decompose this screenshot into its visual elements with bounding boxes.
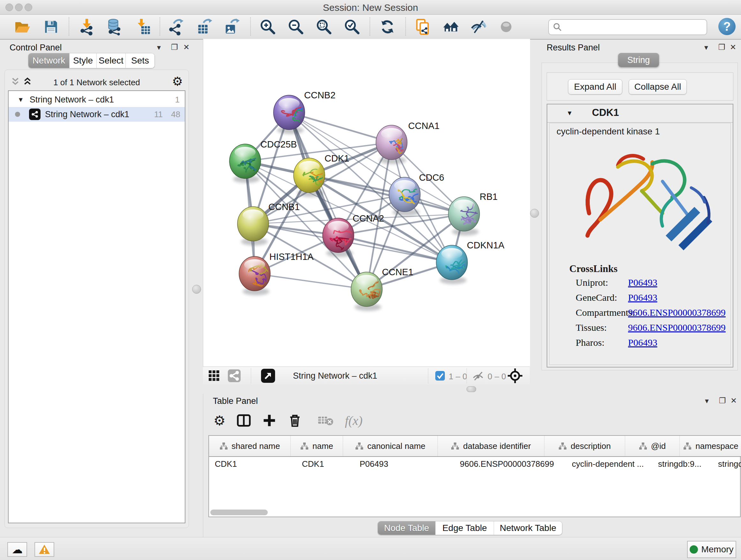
collection-count: 1 xyxy=(175,95,180,105)
crosslink-pharos-link[interactable]: P06493 xyxy=(628,337,657,348)
network-canvas[interactable]: CCNB2CCNA1CDC25BCDK1CDC6RB1CCNB1CCNA2CDK… xyxy=(203,39,530,367)
string-network-icon xyxy=(29,109,41,120)
crosslink-compartments-link[interactable]: 9606.ENSP00000378699 xyxy=(628,307,726,318)
cloud-status-button[interactable]: ☁ xyxy=(7,542,27,557)
open-session-button[interactable] xyxy=(12,17,32,37)
crosslink-uniprot-link[interactable]: P06493 xyxy=(628,277,657,288)
panel-close-icon[interactable]: ✕ xyxy=(730,43,736,52)
tab-network-table[interactable]: Network Table xyxy=(494,521,562,535)
import-network-file-button[interactable] xyxy=(77,17,97,37)
memory-status-dot-icon xyxy=(690,545,698,554)
application-window: Session: New Session xyxy=(0,0,741,560)
import-table-file-button[interactable] xyxy=(132,17,153,37)
show-columns-icon[interactable] xyxy=(237,413,251,428)
edge-HIST1H1A-CCNE1[interactable] xyxy=(255,273,367,289)
network-tree: ▼ String Network – cdk1 1 String Network… xyxy=(8,90,185,523)
network-options-gear-icon[interactable]: ⚙ xyxy=(172,74,183,88)
node-label-CCNE1: CCNE1 xyxy=(382,267,413,277)
open-in-window-icon[interactable] xyxy=(261,369,275,384)
export-table-button[interactable] xyxy=(194,17,214,37)
table-cell[interactable]: 9606.ENSP00000378699 xyxy=(454,457,566,471)
panel-close-icon[interactable]: ✕ xyxy=(183,43,190,52)
expand-all-button[interactable]: Expand All xyxy=(568,79,622,95)
string-network-graph[interactable]: CCNB2CCNA1CDC25BCDK1CDC6RB1CCNB1CCNA2CDK… xyxy=(203,39,530,367)
table-cell[interactable]: stringdb:9... xyxy=(652,457,712,471)
column-header-shared-name[interactable]: shared name xyxy=(209,436,291,456)
birds-eye-toggle-button[interactable] xyxy=(496,17,516,37)
zoom-fit-button[interactable] xyxy=(313,17,334,37)
tab-edge-table[interactable]: Edge Table xyxy=(435,521,494,535)
panel-float-icon[interactable]: ❐ xyxy=(719,396,726,405)
tab-select[interactable]: Select xyxy=(97,53,126,68)
table-cell[interactable]: cyclin-dependent ... xyxy=(566,457,652,471)
tab-node-table[interactable]: Node Table xyxy=(378,521,435,535)
hidden-eye-icon[interactable] xyxy=(472,370,484,383)
column-header-namespace[interactable]: namespace xyxy=(680,436,741,456)
crosshair-icon[interactable] xyxy=(507,368,523,385)
panel-close-icon[interactable]: ✕ xyxy=(731,396,737,405)
apply-layout-button[interactable] xyxy=(377,17,398,37)
table-options-gear-icon[interactable]: ⚙ xyxy=(213,413,226,428)
tab-string[interactable]: String xyxy=(618,53,659,67)
main-toolbar: ? xyxy=(0,15,741,40)
table-cell[interactable]: stringdb xyxy=(712,457,741,471)
crosslink-label: Pharos: xyxy=(576,337,604,348)
column-header-database-identifier[interactable]: database identifier xyxy=(438,436,544,456)
panel-menu-caret-icon[interactable]: ▼ xyxy=(704,397,710,405)
crosslink-genecard-link[interactable]: P06493 xyxy=(628,292,657,303)
string-badge-muted-icon[interactable] xyxy=(228,369,241,383)
export-image-button[interactable] xyxy=(221,17,242,37)
search-icon xyxy=(553,22,562,32)
table-cell[interactable]: CDK1 xyxy=(209,457,296,471)
memory-button[interactable]: Memory xyxy=(687,541,736,558)
left-splitter-handle[interactable] xyxy=(192,285,201,294)
help-button[interactable]: ? xyxy=(718,18,736,35)
add-column-icon[interactable] xyxy=(262,413,277,428)
column-header-name[interactable]: name xyxy=(291,436,343,456)
edge-CCNA2-CDKN1A[interactable] xyxy=(338,235,452,262)
zoom-in-button[interactable] xyxy=(257,17,278,37)
table-row[interactable]: CDK1CDK1P064939606.ENSP00000378699cyclin… xyxy=(209,457,741,471)
search-input[interactable] xyxy=(565,22,706,33)
table-header-row: shared namenamecanonical namedatabase id… xyxy=(209,436,741,457)
new-network-from-selection-button[interactable] xyxy=(413,17,433,37)
column-header-canonical-name[interactable]: canonical name xyxy=(343,436,438,456)
network-collection-row[interactable]: ▼ String Network – cdk1 1 xyxy=(9,92,185,107)
column-header-@id[interactable]: @id xyxy=(625,436,680,456)
tab-network[interactable]: Network xyxy=(28,53,70,68)
zoom-selected-button[interactable] xyxy=(341,17,362,37)
tab-sets[interactable]: Sets xyxy=(126,53,154,68)
save-session-button[interactable] xyxy=(41,17,61,37)
table-horizontal-scrollbar[interactable] xyxy=(210,509,268,515)
tree-caret-icon[interactable]: ▼ xyxy=(17,96,24,104)
node-label-HIST1H1A: HIST1H1A xyxy=(269,252,314,262)
graphics-details-button[interactable] xyxy=(468,17,488,37)
tab-style[interactable]: Style xyxy=(70,53,97,68)
section-caret-icon[interactable]: ▼ xyxy=(566,110,573,117)
crosslink-tissues-link[interactable]: 9606.ENSP00000378699 xyxy=(628,322,726,333)
warnings-button[interactable] xyxy=(35,542,54,557)
edge-CCNB2-CCNE1[interactable] xyxy=(289,112,367,289)
crosslink-label: GeneCard: xyxy=(576,292,617,303)
panel-float-icon[interactable]: ❐ xyxy=(718,43,725,52)
gene-section-header[interactable]: ▼ CDK1 xyxy=(547,105,733,123)
grid-view-icon[interactable] xyxy=(208,370,220,383)
table-cell[interactable]: P06493 xyxy=(354,457,454,471)
collapse-all-button[interactable]: Collapse All xyxy=(629,79,687,95)
delete-column-icon[interactable] xyxy=(287,413,302,428)
panel-float-icon[interactable]: ❐ xyxy=(171,43,178,52)
first-neighbors-button[interactable] xyxy=(441,17,461,37)
export-network-button[interactable] xyxy=(166,17,187,37)
selected-checkbox-icon[interactable] xyxy=(435,371,445,382)
toolbar-divider xyxy=(405,17,406,36)
bottom-splitter-handle[interactable] xyxy=(467,386,476,392)
control-panel-tabs: NetworkStyleSelectSets xyxy=(28,53,155,68)
panel-menu-caret-icon[interactable]: ▼ xyxy=(703,44,710,51)
column-header-description[interactable]: description xyxy=(544,436,625,456)
zoom-out-button[interactable] xyxy=(285,17,306,37)
import-network-database-button[interactable] xyxy=(104,17,124,37)
panel-menu-caret-icon[interactable]: ▼ xyxy=(156,44,162,51)
help-icon: ? xyxy=(723,20,731,34)
network-row-selected[interactable]: String Network – cdk1 11 48 xyxy=(9,107,185,122)
table-cell[interactable]: CDK1 xyxy=(296,457,354,471)
